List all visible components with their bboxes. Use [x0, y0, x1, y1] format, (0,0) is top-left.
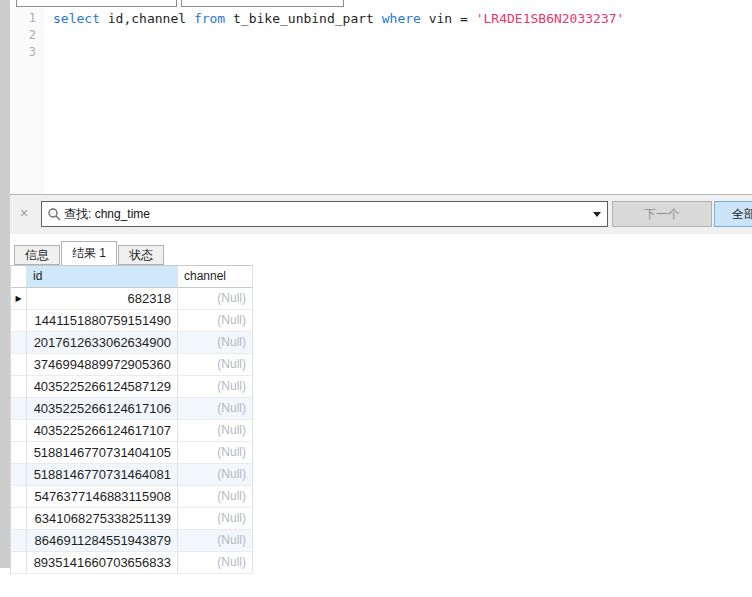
row-selector[interactable] [11, 332, 27, 354]
sql-token-plain: id,channel [100, 11, 194, 26]
toolbar-connection-combo-partial[interactable] [16, 0, 177, 7]
cell-id[interactable]: 8646911284551943879 [27, 530, 178, 552]
row-selector[interactable] [11, 486, 27, 508]
row-selector[interactable] [11, 420, 27, 442]
search-icon [47, 207, 61, 221]
cell-channel[interactable]: (Null) [178, 552, 253, 574]
sql-token-keyword: where [382, 11, 421, 26]
sql-token-plain: t_bike_unbind_part [225, 11, 382, 26]
cell-channel[interactable]: (Null) [178, 332, 253, 354]
row-selector[interactable] [11, 376, 27, 398]
find-bar-close-icon[interactable]: × [16, 206, 32, 222]
row-selector[interactable] [11, 354, 27, 376]
cell-id[interactable]: 5188146770731464081 [27, 464, 178, 486]
table-row: 3746994889972905360(Null) [11, 354, 253, 376]
table-row: 4035225266124617107(Null) [11, 420, 253, 442]
sql-editor[interactable]: 123 select id,channel from t_bike_unbind… [10, 8, 752, 194]
row-selector[interactable] [11, 530, 27, 552]
table-row: 2017612633062634900(Null) [11, 332, 253, 354]
row-selector[interactable] [11, 310, 27, 332]
cell-channel[interactable]: (Null) [178, 530, 253, 552]
sql-code-area: select id,channel from t_bike_unbind_par… [44, 8, 624, 194]
table-row: ▶682318(Null) [11, 288, 253, 310]
tab-2[interactable]: 状态 [118, 245, 164, 265]
cell-id[interactable]: 2017612633062634900 [27, 332, 178, 354]
cell-channel[interactable]: (Null) [178, 310, 253, 332]
cell-channel[interactable]: (Null) [178, 486, 253, 508]
search-history-dropdown-icon[interactable] [593, 212, 601, 217]
window-left-edge [0, 0, 10, 568]
cell-channel[interactable]: (Null) [178, 376, 253, 398]
tab-0[interactable]: 信息 [14, 245, 60, 265]
row-selector[interactable] [11, 464, 27, 486]
find-combo [41, 201, 608, 227]
table-row: 8935141660703656833(Null) [11, 552, 253, 574]
result-table-body: ▶682318(Null)1441151880759151490(Null)20… [11, 288, 253, 574]
line-number: 1 [10, 10, 44, 27]
cell-id[interactable]: 5476377146883115908 [27, 486, 178, 508]
table-row: 1441151880759151490(Null) [11, 310, 253, 332]
cell-id[interactable]: 1441151880759151490 [27, 310, 178, 332]
cell-id[interactable]: 4035225266124617107 [27, 420, 178, 442]
table-row: 5188146770731404105(Null) [11, 442, 253, 464]
cell-id[interactable]: 3746994889972905360 [27, 354, 178, 376]
table-row: 4035225266124617106(Null) [11, 398, 253, 420]
tab-1[interactable]: 结果 1 [61, 241, 117, 265]
cell-id[interactable]: 5188146770731404105 [27, 442, 178, 464]
line-number: 3 [10, 44, 44, 61]
current-row-arrow-icon: ▶ [11, 288, 26, 309]
cell-id[interactable]: 682318 [27, 288, 178, 310]
column-header-id[interactable]: id [27, 266, 178, 288]
cell-channel[interactable]: (Null) [178, 464, 253, 486]
line-number: 2 [10, 27, 44, 44]
find-bar: × 下一个 全部 [10, 194, 752, 234]
sql-tool-window: 123 select id,channel from t_bike_unbind… [0, 0, 752, 597]
table-row: 4035225266124587129(Null) [11, 376, 253, 398]
cell-channel[interactable]: (Null) [178, 508, 253, 530]
sql-line: select id,channel from t_bike_unbind_par… [53, 10, 624, 27]
row-selector[interactable] [11, 398, 27, 420]
table-row: 6341068275338251139(Null) [11, 508, 253, 530]
cell-id[interactable]: 6341068275338251139 [27, 508, 178, 530]
row-selector[interactable] [11, 552, 27, 574]
cell-channel[interactable]: (Null) [178, 442, 253, 464]
header-row-selector[interactable] [11, 266, 27, 288]
table-row: 5188146770731464081(Null) [11, 464, 253, 486]
result-table-header: id channel [11, 266, 253, 288]
cell-id[interactable]: 8935141660703656833 [27, 552, 178, 574]
cell-id[interactable]: 4035225266124617106 [27, 398, 178, 420]
table-row: 5476377146883115908(Null) [11, 486, 253, 508]
line-number-gutter: 123 [10, 8, 44, 194]
cell-channel[interactable]: (Null) [178, 420, 253, 442]
sql-token-keyword: select [53, 11, 100, 26]
cell-id[interactable]: 4035225266124587129 [27, 376, 178, 398]
search-input[interactable] [64, 203, 574, 225]
result-tab-bar: 信息结果 1状态 [10, 241, 752, 265]
cell-channel[interactable]: (Null) [178, 354, 253, 376]
find-next-button[interactable]: 下一个 [612, 201, 712, 227]
table-row: 8646911284551943879(Null) [11, 530, 253, 552]
row-selector[interactable] [11, 442, 27, 464]
sql-token-plain: vin = [421, 11, 476, 26]
toolbar-database-combo-partial[interactable] [181, 0, 344, 7]
cell-channel[interactable]: (Null) [178, 288, 253, 310]
column-header-channel[interactable]: channel [178, 266, 253, 288]
sql-token-keyword: from [194, 11, 225, 26]
row-selector[interactable]: ▶ [11, 288, 27, 310]
find-all-button[interactable]: 全部 [714, 201, 752, 227]
cell-channel[interactable]: (Null) [178, 398, 253, 420]
row-selector[interactable] [11, 508, 27, 530]
sql-token-string: 'LR4DE1SB6N2033237' [476, 11, 625, 26]
result-table: id channel ▶682318(Null)1441151880759151… [10, 265, 253, 574]
